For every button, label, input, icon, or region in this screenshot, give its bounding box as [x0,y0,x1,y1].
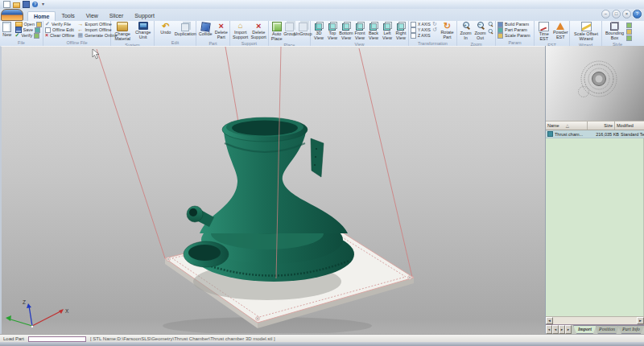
minimize-button[interactable]: − [601,10,610,19]
dropdown-icon[interactable]: ▾ [40,2,46,7]
application-window: ? ▾ Home Tools View Slicer Support − □ ×… [0,0,644,346]
new-doc-icon[interactable] [3,1,10,8]
clear-offline-x-icon: × [45,33,48,38]
view-front-button[interactable]: Front View [353,22,366,41]
horizontal-scrollbar[interactable]: ◄ ► [546,316,644,324]
bounding-box-button[interactable]: Bounding Box [604,22,625,41]
x-axis-checkbox[interactable]: X AXIS [411,22,431,27]
view-bottom-button[interactable]: Bottom View [340,22,353,41]
undo-arrow-icon: ↶ [162,22,169,30]
ribbon: New Open Save ✓ Verify [0,21,644,47]
progress-bar [28,336,86,342]
style-wire-icon[interactable] [626,29,632,35]
scale-offset-wizard-icon [581,22,592,31]
offline-edit-button[interactable]: Offline Edit [45,27,75,32]
rotate-part-button[interactable]: ↻ Rotate Part [439,22,456,40]
monitor-icon [138,22,148,30]
scroll-left-icon[interactable]: ◄ [546,317,553,324]
view-back-button[interactable]: Back View [367,22,380,41]
auto-place-button[interactable]: Auto Place [270,22,283,42]
group-label-transformation: Transformation [409,40,456,46]
delete-support-button[interactable]: × Delete Support [250,22,268,40]
ribbon-group-part: Collide × Delete Part Part [196,21,230,46]
style-shade-icon[interactable] [626,23,632,28]
restore-button[interactable]: □ [612,10,621,19]
axis-label-x: X [65,308,69,314]
tab-slicer[interactable]: Slicer [104,11,130,21]
generate-online-icon: ▦ [78,33,84,38]
powder-est-button[interactable]: Powder EST [553,22,569,40]
tab-view[interactable]: View [80,11,104,21]
verify-check-icon: ✓ [15,33,20,38]
part-list-empty-area[interactable] [546,138,644,316]
build-param-button[interactable]: Build Param [497,22,530,27]
scale-param-button[interactable]: Scale Param [497,33,530,38]
scale-param-icon [497,33,503,39]
time-est-button[interactable]: Time EST [536,22,552,42]
ribbon-group-system: Change Material Change Unit System [111,21,155,46]
scrollbar-track[interactable] [553,317,637,324]
mini-rotate-ccw-icon[interactable]: ↺ [432,27,438,32]
zoom-fit-icon[interactable] [488,29,493,33]
view-top-button[interactable]: Top View [326,22,339,41]
duplication-button[interactable]: Duplication [176,22,196,37]
view-left-button[interactable]: Left View [381,22,394,41]
ungroup-button[interactable]: UnGroup [297,22,309,37]
zoom-window-icon[interactable] [488,22,493,26]
save-extra-icon[interactable] [35,27,40,33]
ribbon-group-offline-file: ✓ Verify File Offline Edit × Clear Offli… [43,21,111,46]
sheet-tab-part-info[interactable]: Part Info [617,325,644,334]
zoom-out-button[interactable]: − Zoom Out [473,22,487,41]
sheet-next-icon[interactable]: ► [559,325,565,334]
change-unit-button[interactable]: Change Unit [134,22,154,40]
undo-button[interactable]: ↶ Undo [156,22,175,35]
open-extra-icon[interactable] [36,22,42,27]
thrust-chamber-model[interactable] [184,117,354,282]
close-button[interactable]: × [622,10,631,19]
delete-part-button[interactable]: × Delete Part [214,22,229,40]
ribbon-group-file: New Open Save ✓ Verify [0,21,43,46]
tab-home[interactable]: Home [27,11,56,21]
part-param-button[interactable]: Part Param [497,27,530,32]
zoom-in-button[interactable]: + Zoom In [459,22,473,41]
cube-left-icon [383,22,392,31]
ribbon-group-place: Auto Place Group UnGroup Place [269,21,311,46]
import-support-button[interactable]: ⌂ Import Support [232,22,250,40]
y-axis-checkbox[interactable]: Y AXIS [411,27,431,32]
table-row[interactable]: Thrust cham... 216,035 KB Standard Tesse… [546,130,644,138]
new-button[interactable]: New [2,22,13,38]
style-mixed-icon[interactable] [626,35,632,41]
column-header-modified[interactable]: Modified [615,122,644,130]
sheet-tab-import[interactable]: Import [573,325,597,334]
tab-support[interactable]: Support [129,11,160,21]
z-axis-checkbox[interactable]: Z AXIS [411,33,431,38]
verify-extra-icon[interactable] [34,33,39,39]
open-folder-icon[interactable] [13,2,20,8]
save-disk-icon[interactable] [23,1,30,8]
scroll-right-icon[interactable]: ► [637,317,644,324]
help-icon[interactable]: ? [32,2,38,7]
group-label-edit: Edit [155,39,196,46]
tab-tools[interactable]: Tools [56,11,80,21]
column-header-size[interactable]: Size [588,122,615,130]
clear-offline-button[interactable]: × Clear Offline [45,33,75,38]
sheet-first-icon[interactable]: ◄ [546,325,552,334]
view-3d-button[interactable]: 3D View [312,22,325,41]
application-menu-button[interactable] [1,9,23,21]
sheet-last-icon[interactable]: ► [565,325,572,334]
verify-button[interactable]: ✓ Verify [15,33,42,38]
sheet-prev-icon[interactable]: ◄ [552,325,559,334]
part-table-header: Name △ Size Modified [546,121,644,130]
cube-3d-icon [315,22,324,31]
change-material-button[interactable]: Change Material [113,22,133,42]
scale-offset-wizard-button[interactable]: Scale Offset Wizard [572,22,601,42]
viewport-3d[interactable]: X Z [0,46,545,334]
collide-button[interactable]: Collide [198,22,213,37]
sheet-tab-position[interactable]: Position [594,325,620,334]
column-header-name[interactable]: Name △ [546,122,588,130]
view-right-button[interactable]: Right View [394,22,407,41]
bounding-box-icon [610,22,619,31]
status-file-path: [ STL Name:D:\FarsoonSLS\Geometry\Thrust… [90,336,275,341]
verify-file-button[interactable]: ✓ Verify File [45,22,75,27]
help-button[interactable]: ? [633,10,642,19]
